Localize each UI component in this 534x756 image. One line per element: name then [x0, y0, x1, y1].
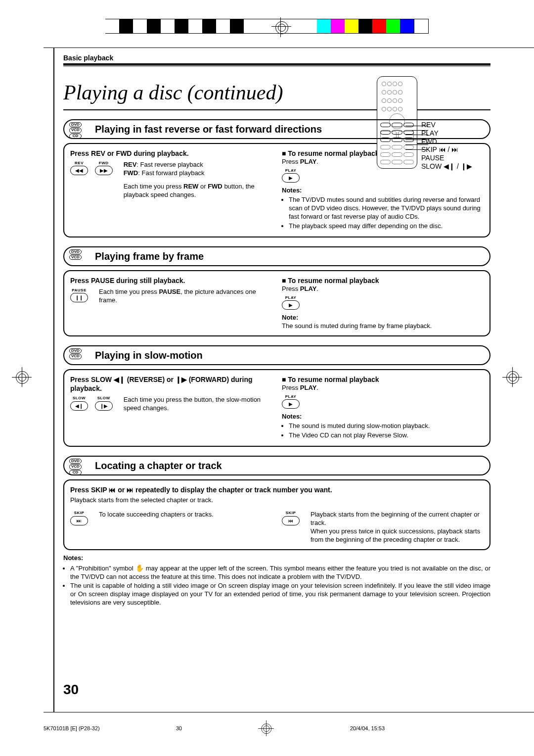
color-bar — [105, 19, 429, 34]
section-heading-fastrevfwd: DVD VCD CD Playing in fast reverse or fa… — [63, 119, 490, 139]
note-item: A "Prohibition" symbol ✋ may appear at t… — [70, 564, 490, 581]
print-footer: 5K70101B [E] (P28-32) 30 20/4/04, 15:53 — [44, 720, 490, 736]
pause-button-icon: ❙❙ — [70, 293, 88, 302]
callout-slow: SLOW ◀❙ / ❙▶ — [421, 162, 472, 171]
crop-line — [53, 47, 54, 712]
doc-id: 5K70101B [E] (P28-32) — [44, 725, 100, 732]
registration-mark-icon — [504, 369, 520, 385]
disc-badges: DVD VCD CD — [69, 122, 82, 139]
page-bottom-notes: Notes: A "Prohibition" symbol ✋ may appe… — [63, 554, 490, 607]
fwd-button-icon: ▶▶ — [95, 166, 113, 175]
rev-button-icon: ◀◀ — [70, 166, 88, 175]
note-item: The unit is capable of holding a still v… — [70, 582, 490, 607]
skip-fwd-button-icon: ⏭ — [70, 516, 88, 525]
page-content: Basic playback — [63, 53, 490, 697]
note-item: The playback speed may differ depending … — [289, 222, 484, 231]
instruction-title: Press REV or FWD during playback. — [70, 149, 272, 158]
play-button-icon: ▶ — [282, 399, 300, 409]
print-page: 30 — [176, 725, 182, 732]
section-heading-frame: DVDVCD Playing frame by frame — [63, 246, 490, 266]
slow-rev-button-icon: ◀❙ — [70, 401, 88, 411]
print-registration-top — [0, 19, 534, 34]
section-heading-locate: DVDVCDCD Locating a chapter or track — [63, 456, 490, 475]
section-body-frame: Press PAUSE during still playback. PAUSE… — [63, 270, 490, 336]
running-head: Basic playback — [63, 53, 490, 62]
section-body-slow: Press SLOW ◀❙ (REVERSE) or ❙▶ (FORWARD) … — [63, 369, 490, 447]
callout-pause: PAUSE — [421, 154, 472, 162]
hand-icon: ✋ — [135, 564, 144, 572]
callout-skip: SKIP ⏮ / ⏭ — [421, 145, 472, 154]
registration-mark-icon — [14, 369, 30, 385]
registration-mark-icon — [273, 19, 287, 33]
page-root: Basic playback — [0, 0, 534, 756]
crop-line — [44, 712, 534, 712]
crop-line — [44, 47, 534, 48]
skip-back-button-icon: ⏮ — [282, 516, 300, 525]
section-body-locate: Press SKIP ⏮ or ⏭ repeatedly to display … — [63, 479, 490, 550]
registration-mark-icon — [260, 722, 272, 735]
slow-fwd-button-icon: ❙▶ — [95, 401, 113, 411]
section-heading-slow: DVDVCD Playing in slow-motion — [63, 345, 490, 365]
page-number: 30 — [63, 681, 79, 699]
play-button-icon: ▶ — [282, 300, 300, 310]
note-item: The TV/DVD mutes sound and subtitles dur… — [289, 196, 484, 221]
play-button-icon: ▶ — [282, 173, 300, 183]
print-timestamp: 20/4/04, 15:53 — [350, 725, 385, 732]
